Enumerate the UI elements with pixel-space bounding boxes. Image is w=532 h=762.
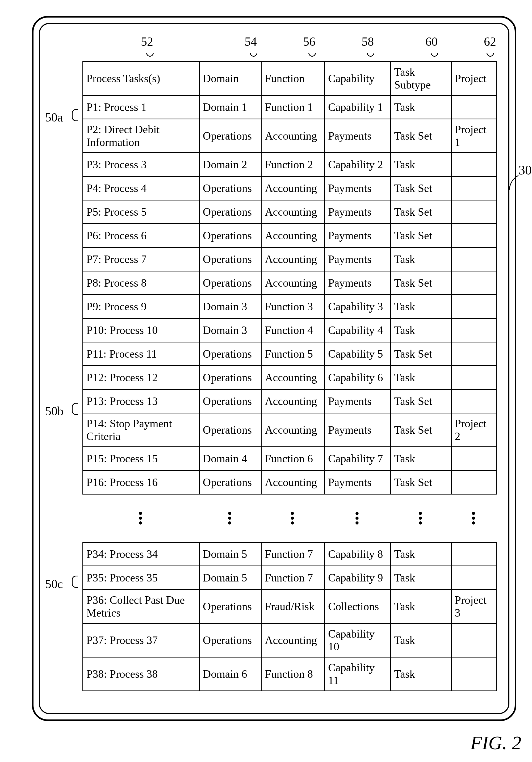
cell-function: Function 1 [261,96,325,119]
cell-project [451,319,496,342]
table-row: P9: Process 9Domain 3Function 3Capabilit… [83,295,497,319]
cell-project [451,271,496,295]
cell-capability: Payments [325,177,391,200]
cell-process-task: P13: Process 13 [83,390,199,413]
figure-caption: FIG. 2 [470,732,521,754]
cell-task-subtype: Task [391,657,451,691]
cell-task-subtype: Task Set [391,471,451,494]
cell-domain: Operations [199,224,261,248]
cell-process-task: P9: Process 9 [83,295,199,319]
cell-process-task: P36: Collect Past Due Metrics [83,590,199,624]
cell-project: Project 1 [451,119,496,153]
cell-project [451,390,496,413]
cell-task-subtype: Task Set [391,224,451,248]
cell-process-task: P2: Direct Debit Information [83,119,199,153]
cell-capability: Capability 4 [325,319,391,342]
cell-function: Accounting [261,413,325,447]
cell-function: Function 4 [261,319,325,342]
cell-process-task: P15: Process 15 [83,447,199,471]
cell-project [451,342,496,366]
cell-function: Function 8 [261,657,325,691]
callout-54: 54 [245,35,257,49]
cell-project [451,96,496,119]
cell-process-task: P10: Process 10 [83,319,199,342]
cell-capability: Capability 7 [325,447,391,471]
callout-52: 52 [141,35,153,49]
leader-52 [145,47,155,58]
cell-task-subtype: Task [391,624,451,657]
ellipsis-cell: ••• [261,494,325,542]
cell-task-subtype: Task Set [391,119,451,153]
cell-domain: Domain 6 [199,657,261,691]
cell-project [451,200,496,224]
cell-function: Function 7 [261,566,325,590]
cell-process-task: P16: Process 16 [83,471,199,494]
cell-process-task: P7: Process 7 [83,248,199,271]
header-process-tasks: Process Tasks(s) [83,62,199,96]
cell-capability: Capability 2 [325,153,391,177]
cell-capability: Capability 5 [325,342,391,366]
cell-process-task: P37: Process 37 [83,624,199,657]
table-container: Process Tasks(s) Domain Function Capabil… [82,61,497,691]
table-row: P15: Process 15Domain 4Function 6Capabil… [83,447,497,471]
cell-domain: Operations [199,590,261,624]
callout-60: 60 [425,35,438,49]
cell-capability: Capability 10 [325,624,391,657]
ellipsis-cell: ••• [451,494,496,542]
table-row: •••••••••••••••••• [83,494,497,542]
cell-project [451,542,496,566]
cell-capability: Payments [325,413,391,447]
ellipsis-cell: ••• [83,494,199,542]
leader-62 [485,47,495,58]
leader-56 [307,47,318,58]
cell-function: Fraud/Risk [261,590,325,624]
table-row: P5: Process 5OperationsAccountingPayment… [83,200,497,224]
device-frame-outer: 52 54 56 58 60 62 50a 50b 50c [32,16,516,721]
table-row: P11: Process 11OperationsFunction 5Capab… [83,342,497,366]
table-row: P35: Process 35Domain 5Function 7Capabil… [83,566,497,590]
table-row: P6: Process 6OperationsAccountingPayment… [83,224,497,248]
cell-function: Accounting [261,471,325,494]
cell-domain: Operations [199,471,261,494]
leader-30 [508,174,524,193]
ellipsis-cell: ••• [199,494,261,542]
table-row: P12: Process 12OperationsAccountingCapab… [83,366,497,390]
cell-function: Function 6 [261,447,325,471]
cell-project [451,153,496,177]
cell-process-task: P14: Stop Payment Criteria [83,413,199,447]
cell-task-subtype: Task [391,319,451,342]
device-frame-inner: 52 54 56 58 60 62 50a 50b 50c [39,23,509,714]
cell-function: Accounting [261,119,325,153]
cell-domain: Operations [199,248,261,271]
cell-project [451,624,496,657]
cell-domain: Domain 2 [199,153,261,177]
cell-project [451,657,496,691]
callout-50b: 50b [45,404,63,418]
cell-project: Project 3 [451,590,496,624]
cell-domain: Domain 3 [199,295,261,319]
header-capability: Capability [325,62,391,96]
cell-capability: Payments [325,119,391,153]
cell-project [451,177,496,200]
cell-project [451,566,496,590]
cell-domain: Operations [199,119,261,153]
cell-function: Accounting [261,177,325,200]
cell-process-task: P4: Process 4 [83,177,199,200]
page: 52 54 56 58 60 62 50a 50b 50c [0,0,532,762]
cell-task-subtype: Task Set [391,390,451,413]
table-body: P1: Process 1Domain 1Function 1Capabilit… [83,96,497,691]
header-project: Project [451,62,496,96]
cell-capability: Payments [325,471,391,494]
cell-capability: Payments [325,271,391,295]
cell-task-subtype: Task Set [391,342,451,366]
cell-capability: Capability 6 [325,366,391,390]
cell-task-subtype: Task [391,96,451,119]
cell-capability: Capability 8 [325,542,391,566]
cell-domain: Domain 1 [199,96,261,119]
cell-task-subtype: Task [391,366,451,390]
cell-function: Function 7 [261,542,325,566]
cell-domain: Operations [199,390,261,413]
cell-domain: Operations [199,366,261,390]
table-row: P34: Process 34Domain 5Function 7Capabil… [83,542,497,566]
cell-project [451,366,496,390]
